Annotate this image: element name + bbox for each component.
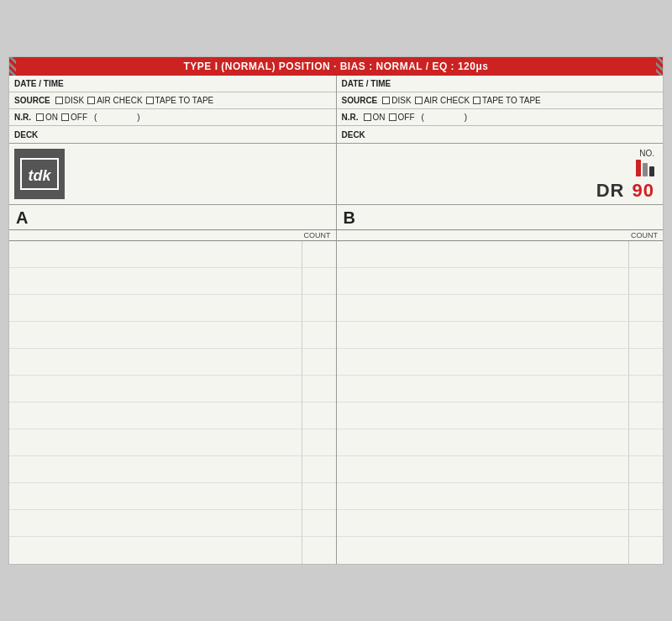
track-title[interactable] xyxy=(337,295,630,321)
tdk-logo-svg: tdk xyxy=(19,157,60,191)
side-a-tapetotape-option: TAPE TO TAPE xyxy=(146,96,214,105)
logo-area: tdk NO. DR 90 xyxy=(9,144,663,205)
track-title[interactable] xyxy=(9,429,302,455)
side-b-nr-paren: ( xyxy=(422,113,424,122)
side-b-aircheck-checkbox[interactable] xyxy=(415,97,423,104)
side-a-source-label: SOURCE xyxy=(14,96,50,105)
track-title[interactable] xyxy=(9,456,302,482)
side-a-nr-on-label: ON xyxy=(45,113,58,122)
track-title[interactable] xyxy=(9,537,302,564)
track-title[interactable] xyxy=(9,349,302,375)
track-title[interactable] xyxy=(9,322,302,348)
side-b-nr-off-checkbox[interactable] xyxy=(389,113,396,121)
track-title[interactable] xyxy=(337,483,630,509)
track-count xyxy=(302,268,336,294)
side-b-nr-off-option: OFF xyxy=(389,113,415,122)
track-count xyxy=(629,510,663,536)
side-a-nr-label: N.R. xyxy=(14,113,31,122)
side-a-info: DATE / TIME SOURCE DISK AIR CHECK TAPE xyxy=(9,76,337,143)
track-count xyxy=(302,537,336,564)
track-title[interactable] xyxy=(9,295,302,321)
side-a-tracks: COUNT xyxy=(9,230,337,564)
side-b-tracks: COUNT xyxy=(337,230,664,564)
side-a-aircheck-checkbox[interactable] xyxy=(87,97,95,104)
side-a-nr-on-checkbox[interactable] xyxy=(36,113,44,121)
side-b-disk-checkbox[interactable] xyxy=(382,97,390,104)
side-a-nr-on-option: ON xyxy=(36,113,58,122)
track-title[interactable] xyxy=(9,268,302,294)
side-a-nr-paren: ( xyxy=(94,113,97,122)
side-a-nr-paren-close: ) xyxy=(137,113,139,122)
side-a-nr-off-option: OFF xyxy=(61,113,87,122)
stripe-bar-2 xyxy=(643,163,648,176)
side-headers: A B xyxy=(9,205,663,230)
dr-part: DR xyxy=(596,180,625,201)
side-b-tapetotape-checkbox[interactable] xyxy=(473,97,480,104)
track-title[interactable] xyxy=(337,510,630,536)
track-row xyxy=(337,241,664,268)
side-b-nr-label: N.R. xyxy=(342,113,359,122)
header-bar: TYPE I (NORMAL) POSITION · BIAS : NORMAL… xyxy=(9,57,663,76)
side-a-label: A xyxy=(16,208,28,227)
track-title[interactable] xyxy=(337,429,630,455)
side-a-header: A xyxy=(9,205,337,229)
track-row xyxy=(9,376,336,403)
track-row xyxy=(9,268,336,295)
side-a-nr-off-checkbox[interactable] xyxy=(61,113,69,121)
track-count xyxy=(302,376,336,402)
track-row xyxy=(337,349,664,376)
side-b-aircheck-option: AIR CHECK xyxy=(415,96,470,105)
track-row xyxy=(9,510,336,537)
track-count xyxy=(629,268,663,294)
side-b-aircheck-label: AIR CHECK xyxy=(424,96,470,105)
side-b-datetime-row: DATE / TIME xyxy=(337,76,664,92)
track-title[interactable] xyxy=(337,322,630,348)
side-a-disk-checkbox[interactable] xyxy=(55,97,63,104)
side-a-aircheck-label: AIR CHECK xyxy=(97,96,142,105)
side-a-disk-option: DISK xyxy=(55,96,84,105)
track-title[interactable] xyxy=(9,376,302,402)
track-row xyxy=(9,403,336,429)
track-title[interactable] xyxy=(9,483,302,509)
track-count xyxy=(629,483,663,509)
side-b-nr-value xyxy=(428,113,461,122)
track-title[interactable] xyxy=(337,376,630,402)
side-a-logo-col: tdk xyxy=(9,144,337,204)
track-row xyxy=(337,510,664,537)
stripe-logo xyxy=(636,160,654,176)
track-title[interactable] xyxy=(337,537,630,564)
track-row xyxy=(9,349,336,376)
side-b-nr-on-checkbox[interactable] xyxy=(364,113,371,121)
track-count xyxy=(629,403,663,429)
track-title[interactable] xyxy=(337,268,630,294)
side-b-source-row: SOURCE DISK AIR CHECK TAPE TO TAPE xyxy=(337,92,664,109)
track-row xyxy=(9,483,336,510)
side-b-nr-options: ON OFF ( ) xyxy=(364,113,468,122)
side-a-deck-row: DECK xyxy=(9,126,336,143)
track-count xyxy=(302,241,336,267)
side-a-datetime-row: DATE / TIME xyxy=(9,76,336,92)
side-b-deck-label: DECK xyxy=(342,130,365,139)
track-row xyxy=(9,241,336,268)
track-title[interactable] xyxy=(337,349,630,375)
track-title[interactable] xyxy=(337,403,630,429)
track-title[interactable] xyxy=(9,403,302,429)
header-title: TYPE I (NORMAL) POSITION · BIAS : NORMAL… xyxy=(184,61,489,72)
stripe-bar-1 xyxy=(636,160,641,176)
stripe-bars xyxy=(636,160,654,176)
track-row xyxy=(337,376,664,403)
side-a-nr-value xyxy=(100,113,134,122)
track-count xyxy=(302,322,336,348)
track-row xyxy=(337,268,664,295)
track-title[interactable] xyxy=(337,456,630,482)
side-a-tapetotape-checkbox[interactable] xyxy=(146,97,154,104)
side-b-source-options: DISK AIR CHECK TAPE TO TAPE xyxy=(382,96,540,105)
track-title[interactable] xyxy=(337,241,630,267)
track-title[interactable] xyxy=(9,241,302,267)
side-a-tapetotape-label: TAPE TO TAPE xyxy=(155,96,214,105)
track-row xyxy=(337,456,664,483)
track-count xyxy=(629,295,663,321)
track-title[interactable] xyxy=(9,510,302,536)
side-a-source-row: SOURCE DISK AIR CHECK TAPE TO TAPE xyxy=(9,92,336,109)
track-row xyxy=(9,295,336,322)
